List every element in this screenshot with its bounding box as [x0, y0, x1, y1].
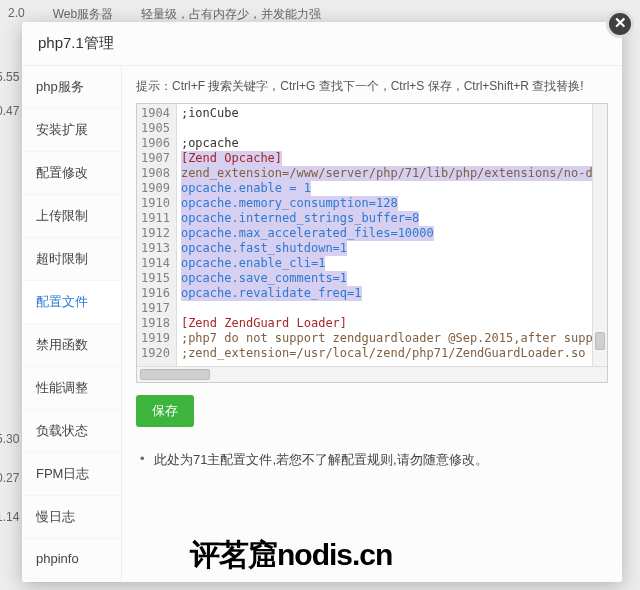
code-line[interactable]: [181, 121, 603, 136]
code-line[interactable]: opcache.revalidate_freq=1: [181, 286, 603, 301]
code-line[interactable]: opcache.enable = 1: [181, 181, 603, 196]
code-line[interactable]: opcache.save_comments=1: [181, 271, 603, 286]
config-editor[interactable]: 1904190519061907190819091910191119121913…: [136, 103, 608, 383]
sidebar-tab-1[interactable]: 安装扩展: [22, 109, 121, 152]
code-line[interactable]: opcache.interned_strings_buffer=8: [181, 211, 603, 226]
code-line[interactable]: opcache.memory_consumption=128: [181, 196, 603, 211]
content-pane: 提示：Ctrl+F 搜索关键字，Ctrl+G 查找下一个，Ctrl+S 保存，C…: [122, 66, 622, 582]
sidebar-tab-9[interactable]: FPM日志: [22, 453, 121, 496]
code-line[interactable]: [Zend Opcache]: [181, 151, 603, 166]
hscroll-thumb[interactable]: [140, 369, 210, 380]
vscroll-thumb[interactable]: [595, 332, 605, 350]
sidebar-tab-2[interactable]: 配置修改: [22, 152, 121, 195]
code-line[interactable]: ;opcache: [181, 136, 603, 151]
sidebar-tab-5[interactable]: 配置文件: [22, 281, 122, 324]
code-line[interactable]: ;ionCube: [181, 106, 603, 121]
close-icon[interactable]: ✕: [606, 10, 634, 38]
php-manage-modal: ✕ php7.1管理 php服务安装扩展配置修改上传限制超时限制配置文件禁用函数…: [22, 22, 622, 582]
code-line[interactable]: zend_extension=/www/server/php/71/lib/ph…: [181, 166, 603, 181]
horizontal-scrollbar[interactable]: [137, 366, 607, 382]
code-line[interactable]: [181, 301, 603, 316]
bg-cell: 轻量级，占有内存少，并发能力强: [141, 6, 321, 23]
bg-cell: Web服务器: [53, 6, 113, 23]
line-gutter: 1904190519061907190819091910191119121913…: [137, 104, 177, 366]
code-area[interactable]: ;ionCube ;opcache[Zend Opcache]zend_exte…: [177, 104, 607, 366]
code-line[interactable]: ;zend_extension=/usr/local/zend/php71/Ze…: [181, 346, 603, 361]
sidebar-tab-6[interactable]: 禁用函数: [22, 324, 121, 367]
sidebar: php服务安装扩展配置修改上传限制超时限制配置文件禁用函数性能调整负载状态FPM…: [22, 66, 122, 582]
code-line[interactable]: opcache.fast_shutdown=1: [181, 241, 603, 256]
code-line[interactable]: opcache.max_accelerated_files=10000: [181, 226, 603, 241]
sidebar-tab-8[interactable]: 负载状态: [22, 410, 121, 453]
bg-cell: 2.0: [8, 6, 25, 23]
sidebar-tab-0[interactable]: php服务: [22, 66, 121, 109]
sidebar-tab-3[interactable]: 上传限制: [22, 195, 121, 238]
save-button[interactable]: 保存: [136, 395, 194, 427]
code-line[interactable]: ;php7 do not support zendguardloader @Se…: [181, 331, 603, 346]
sidebar-tab-11[interactable]: phpinfo: [22, 539, 121, 579]
sidebar-tab-10[interactable]: 慢日志: [22, 496, 121, 539]
watermark-text: 评茗窟nodis.cn: [190, 535, 392, 576]
vertical-scrollbar[interactable]: [592, 104, 607, 366]
code-line[interactable]: opcache.enable_cli=1: [181, 256, 603, 271]
shortcut-hint: 提示：Ctrl+F 搜索关键字，Ctrl+G 查找下一个，Ctrl+S 保存，C…: [136, 78, 608, 95]
sidebar-tab-4[interactable]: 超时限制: [22, 238, 121, 281]
code-line[interactable]: [Zend ZendGuard Loader]: [181, 316, 603, 331]
sidebar-tab-7[interactable]: 性能调整: [22, 367, 121, 410]
config-warning-note: 此处为71主配置文件,若您不了解配置规则,请勿随意修改。: [136, 451, 608, 469]
modal-title: php7.1管理: [22, 22, 622, 66]
